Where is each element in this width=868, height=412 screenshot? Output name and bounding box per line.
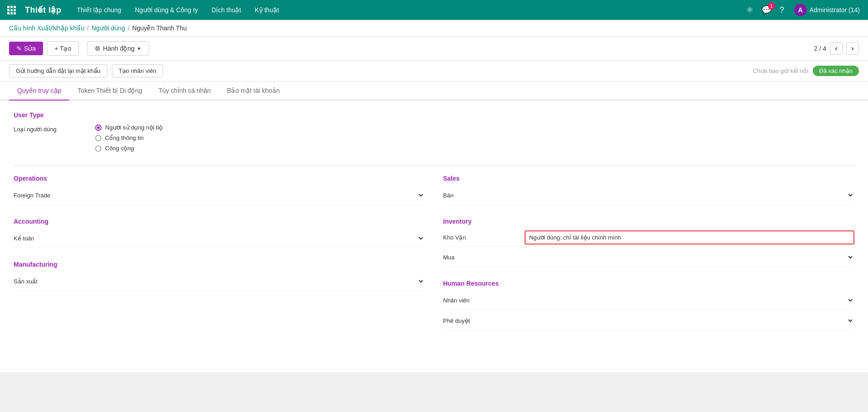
ban-select-container	[525, 187, 854, 203]
inventory-header: Inventory	[443, 218, 854, 225]
create-button[interactable]: + Tạo	[47, 41, 79, 56]
divider-1	[14, 165, 854, 166]
menu-thiet-lap-chung[interactable]: Thiết lập chung	[70, 4, 127, 16]
sales-header: Sales	[443, 175, 854, 182]
ban-row: Bán	[443, 187, 854, 205]
tabs-bar: Quyền truy cập Token Thiết bị Di động Tù…	[0, 81, 868, 101]
menu-nguoi-dung-cong-ty[interactable]: Người dùng & Công ty	[129, 4, 204, 16]
operations-header: Operations	[14, 175, 425, 182]
user-menu[interactable]: A Administrator (14)	[791, 2, 863, 18]
mua-select[interactable]	[525, 250, 854, 264]
pager: 2 / 4 ‹ ›	[814, 42, 859, 55]
loai-nguoi-dung-row: Loại người dùng Người sử dụng nội bộ Cổn…	[14, 124, 854, 152]
create-label: + Tạo	[54, 45, 71, 52]
kho-van-select-container: Người dùng: chỉ tài liệu chính mình	[525, 230, 854, 244]
tab-tuy-chinh[interactable]: Tùy chỉnh cá nhân	[150, 81, 219, 101]
edit-icon: ✎	[16, 45, 22, 52]
manufacturing-header: Manufacturing	[14, 261, 425, 268]
phe-duyet-row: Phê duyệt	[443, 313, 854, 331]
top-navigation: Thiết lập Thiết lập chung Người dùng & C…	[0, 0, 868, 20]
phe-duyet-select-container	[525, 313, 854, 328]
kho-van-label: Kho Vận	[443, 231, 525, 244]
human-resources-header: Human Resources	[443, 280, 854, 287]
menu-ky-thuat[interactable]: Kỹ thuật	[248, 4, 285, 16]
breadcrumb-sep1: /	[87, 24, 89, 32]
edit-button[interactable]: ✎ Sửa	[9, 42, 43, 55]
user-type-section: User Type Loại người dùng Người sử dụng …	[14, 111, 854, 152]
avatar: A	[794, 4, 807, 16]
status-bar: Chưa bao giờ kết nối Đã xác nhận	[753, 66, 859, 76]
messages-icon[interactable]: 💬 1	[760, 3, 773, 17]
radio-cong-thong-tin[interactable]: Cổng thông tin	[95, 134, 163, 141]
kho-van-row: Kho Vận Người dùng: chỉ tài liệu chính m…	[443, 230, 854, 247]
inventory-section: Inventory Kho Vận Người dùng: chỉ tài li…	[443, 218, 854, 267]
kho-van-value: Người dùng: chỉ tài liệu chính mình	[526, 231, 854, 244]
san-xuat-label: Sản xuất	[14, 275, 95, 287]
breadcrumb-sep2: /	[128, 24, 130, 32]
radio-cong-cong[interactable]: Công cộng	[95, 145, 163, 152]
ban-select[interactable]	[525, 188, 854, 202]
foreign-trade-select[interactable]	[96, 188, 424, 202]
right-column: Sales Bán Inventory Kho Vận Người dùn	[443, 175, 854, 343]
radio-noi-bo[interactable]: Người sử dụng nội bộ	[95, 124, 163, 131]
left-column: Operations Foreign Trade Accounting Kế t…	[14, 175, 425, 343]
pager-text: 2 / 4	[814, 45, 826, 52]
ke-toan-row: Kế toán	[14, 230, 425, 248]
top-menu: Thiết lập chung Người dùng & Công ty Dịc…	[70, 4, 744, 16]
breadcrumb-part2[interactable]: Người dùng	[92, 24, 125, 32]
tab-bao-mat[interactable]: Bảo mật tài khoản	[219, 81, 288, 101]
permissions-grid: Operations Foreign Trade Accounting Kế t…	[14, 175, 854, 343]
foreign-trade-row: Foreign Trade	[14, 187, 425, 205]
sub-action-bar: Gửi hướng dẫn đặt lại mật khẩu Tạo nhân …	[0, 61, 868, 81]
phe-duyet-select[interactable]	[525, 313, 854, 328]
pager-next-button[interactable]: ›	[846, 42, 859, 55]
chevron-down-icon: ▼	[137, 46, 141, 51]
ke-toan-select-container	[95, 230, 425, 246]
nhan-vien-row: Nhân viên	[443, 292, 854, 310]
breadcrumb-part1[interactable]: Cấu hình Xuất/Nhập khẩu	[9, 24, 84, 32]
user-label: Administrator (14)	[810, 6, 860, 14]
reset-password-button[interactable]: Gửi hướng dẫn đặt lại mật khẩu	[9, 64, 107, 77]
san-xuat-row: Sản xuất	[14, 273, 425, 291]
user-type-header: User Type	[14, 111, 854, 119]
breadcrumb: Cấu hình Xuất/Nhập khẩu / Người dùng / N…	[0, 20, 868, 37]
nhan-vien-select[interactable]	[525, 293, 854, 307]
settings-icon[interactable]: ⚛	[744, 3, 755, 17]
radio-dot-cong-thong-tin	[95, 135, 101, 141]
human-resources-section: Human Resources Nhân viên Phê duyệt	[443, 280, 854, 331]
gear-icon: ⚙	[95, 45, 101, 52]
user-type-radio-group: Người sử dụng nội bộ Cổng thông tin Công…	[95, 124, 163, 152]
status-verified: Đã xác nhận	[813, 66, 859, 76]
radio-dot-noi-bo	[95, 125, 101, 131]
pager-prev-button[interactable]: ‹	[830, 42, 843, 55]
app-logo: Thiết lập	[25, 5, 61, 15]
tab-quyen-truy-cap[interactable]: Quyền truy cập	[9, 81, 69, 101]
menu-dich-thuat[interactable]: Dịch thuật	[205, 4, 247, 16]
action-bar: ✎ Sửa + Tạo ⚙ Hành động ▼ 2 / 4 ‹ ›	[0, 37, 868, 61]
create-employee-button[interactable]: Tạo nhân viên	[112, 64, 163, 77]
messages-badge: 1	[768, 2, 775, 10]
accounting-section: Accounting Kế toán	[14, 218, 425, 248]
radio-dot-cong-cong	[95, 145, 101, 152]
phe-duyet-label: Phê duyệt	[443, 315, 525, 327]
sales-section: Sales Bán	[443, 175, 854, 205]
san-xuat-select-container	[95, 273, 425, 289]
operations-section: Operations Foreign Trade	[14, 175, 425, 205]
action-button[interactable]: ⚙ Hành động ▼	[87, 41, 149, 56]
ban-label: Bán	[443, 189, 525, 201]
mua-row: Mua	[443, 249, 854, 267]
nhan-vien-select-container	[525, 292, 854, 308]
ke-toan-select[interactable]	[96, 231, 424, 245]
app-grid-menu[interactable]	[5, 4, 19, 16]
breadcrumb-part3: Nguyễn Thanh Thu	[132, 24, 187, 32]
help-icon[interactable]: ?	[778, 4, 786, 17]
san-xuat-select[interactable]	[96, 274, 424, 288]
mua-label: Mua	[443, 251, 525, 263]
loai-nguoi-dung-label: Loại người dùng	[14, 124, 95, 133]
ke-toan-label: Kế toán	[14, 232, 95, 244]
nhan-vien-label: Nhân viên	[443, 294, 525, 307]
status-unverified: Chưa bao giờ kết nối	[753, 67, 808, 74]
accounting-header: Accounting	[14, 218, 425, 225]
foreign-trade-select-container	[95, 187, 425, 203]
tab-token-thiet-bi[interactable]: Token Thiết bị Di động	[69, 81, 150, 101]
